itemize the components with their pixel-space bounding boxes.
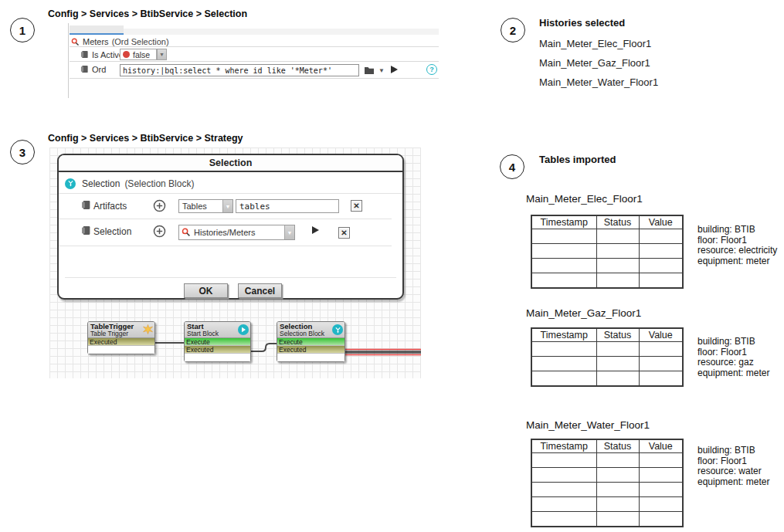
table-row xyxy=(531,371,683,386)
table-cell xyxy=(596,243,639,258)
table-cell xyxy=(531,496,596,511)
artifact-name-input[interactable] xyxy=(236,199,339,213)
table-cell xyxy=(531,356,596,371)
ok-button[interactable]: OK xyxy=(184,283,228,298)
tag-line: equipment: meter xyxy=(697,256,777,267)
resolve-play-icon[interactable] xyxy=(391,66,398,73)
table-cell xyxy=(531,273,596,288)
step-2-badge: 2 xyxy=(501,18,525,42)
add-icon[interactable] xyxy=(153,225,166,238)
property-label: Ord xyxy=(92,65,106,74)
imported-table-water: Timestamp Status Value xyxy=(531,439,684,527)
table-header-row: Timestamp Status Value xyxy=(531,439,683,452)
tab-strip xyxy=(70,29,439,35)
table-cell xyxy=(596,496,639,511)
dropdown-caret-icon[interactable]: ▼ xyxy=(222,200,232,212)
history-item: Main_Meter_Gaz_Floor1 xyxy=(539,57,650,69)
magnifier-icon xyxy=(182,228,191,237)
port-execute[interactable]: Execute xyxy=(277,338,344,346)
step-1-badge: 1 xyxy=(10,18,35,42)
run-play-icon[interactable] xyxy=(312,226,319,234)
block-header[interactable]: Selection Selection Block xyxy=(277,322,344,338)
port-executed[interactable]: Executed xyxy=(277,346,344,354)
table-header-row: Timestamp Status Value xyxy=(531,328,683,341)
block-name: Selection xyxy=(82,178,120,189)
table-row xyxy=(531,496,683,511)
dropdown-caret-button[interactable]: ▼ xyxy=(157,49,167,60)
table-cell xyxy=(639,273,683,288)
column-header: Status xyxy=(596,439,639,452)
artifacts-row: Artifacts Tables ▼ ✕ xyxy=(59,194,392,219)
block-tabletrigger[interactable]: TableTrigger Table Trigger Executed xyxy=(87,321,155,354)
block-header[interactable]: TableTrigger Table Trigger xyxy=(88,322,154,338)
table-cell xyxy=(639,341,683,356)
selection-value: Histories/Meters xyxy=(191,228,255,237)
table-tags: building: BTIB floor: Floor1 resource: w… xyxy=(697,446,769,487)
table-cell xyxy=(639,371,683,386)
property-icon xyxy=(80,65,89,73)
table-cell xyxy=(596,341,639,356)
help-icon[interactable]: ? xyxy=(426,64,437,75)
port-empty[interactable] xyxy=(185,354,250,361)
ord-input[interactable] xyxy=(120,64,359,76)
block-start[interactable]: Start Start Block Execute Executed xyxy=(184,321,251,362)
column-header: Timestamp xyxy=(531,328,596,341)
table-cell xyxy=(596,467,639,482)
port-empty[interactable] xyxy=(277,354,344,361)
imported-table-gaz: Timestamp Status Value xyxy=(531,327,684,387)
table-cell xyxy=(639,467,683,482)
is-active-value[interactable]: false xyxy=(120,49,157,60)
block-header[interactable]: Start Start Block xyxy=(185,322,250,338)
table-cell xyxy=(531,341,596,356)
table-cell xyxy=(639,452,683,467)
history-item: Main_Meter_Elec_Floor1 xyxy=(539,38,651,49)
step-3-badge: 3 xyxy=(10,140,35,164)
port-execute[interactable]: Execute xyxy=(185,338,250,346)
dialog-block-header: Selection (Selection Block) xyxy=(59,174,402,194)
row-label: Selection xyxy=(93,226,131,237)
port-executed[interactable]: Executed xyxy=(88,338,154,346)
table-row xyxy=(531,229,683,243)
selection-row: Selection Histories/Meters ▼ ✕ xyxy=(59,219,392,246)
artifact-type-dropdown[interactable]: Tables ▼ xyxy=(178,199,233,213)
dropdown-caret-icon[interactable]: ▼ xyxy=(284,225,294,239)
folder-icon[interactable] xyxy=(364,66,375,75)
tag-line: building: BTIB xyxy=(697,225,777,236)
section-subtitle: (Ord Selection) xyxy=(112,37,169,46)
table-row xyxy=(531,511,683,527)
port-empty[interactable] xyxy=(88,346,154,354)
ord-row: Ord ▼ ? xyxy=(70,62,439,79)
dialog-title[interactable]: Selection xyxy=(59,155,402,172)
table-cell xyxy=(639,356,683,371)
cancel-button[interactable]: Cancel xyxy=(238,283,282,298)
table-row xyxy=(531,273,683,288)
table-cell xyxy=(596,452,639,467)
active-tab[interactable] xyxy=(70,25,124,35)
tag-line: equipment: meter xyxy=(697,477,769,488)
tag-line: floor: Floor1 xyxy=(697,236,777,246)
breadcrumb: Config > Services > BtibService > Strate… xyxy=(48,133,243,144)
port-executed[interactable]: Executed xyxy=(185,346,250,354)
artifact-type-value: Tables xyxy=(179,202,207,211)
wire-start-selection[interactable] xyxy=(251,344,277,351)
step-number: 2 xyxy=(510,24,516,37)
selection-dropdown[interactable]: Histories/Meters ▼ xyxy=(178,225,295,240)
tables-imported-title: Tables imported xyxy=(539,154,616,165)
table-cell xyxy=(531,467,596,482)
column-header: Value xyxy=(639,215,683,229)
property-icon xyxy=(80,50,89,59)
table-cell xyxy=(531,511,596,527)
table-tags: building: BTIB floor: Floor1 resource: g… xyxy=(697,337,769,378)
remove-button[interactable]: ✕ xyxy=(338,227,350,239)
add-icon[interactable] xyxy=(153,199,166,212)
status-dot-icon xyxy=(123,51,130,58)
block-selection[interactable]: Selection Selection Block Execute Execut… xyxy=(277,321,345,362)
selection-block-icon xyxy=(65,178,76,189)
table-cell xyxy=(639,496,683,511)
tag-line: resource: gaz xyxy=(697,357,769,368)
folder-caret-icon[interactable]: ▼ xyxy=(378,67,385,74)
step-4-badge: 4 xyxy=(500,154,524,179)
remove-button[interactable]: ✕ xyxy=(351,200,362,212)
table-cell xyxy=(531,452,596,467)
property-label: Is Active xyxy=(92,50,124,59)
